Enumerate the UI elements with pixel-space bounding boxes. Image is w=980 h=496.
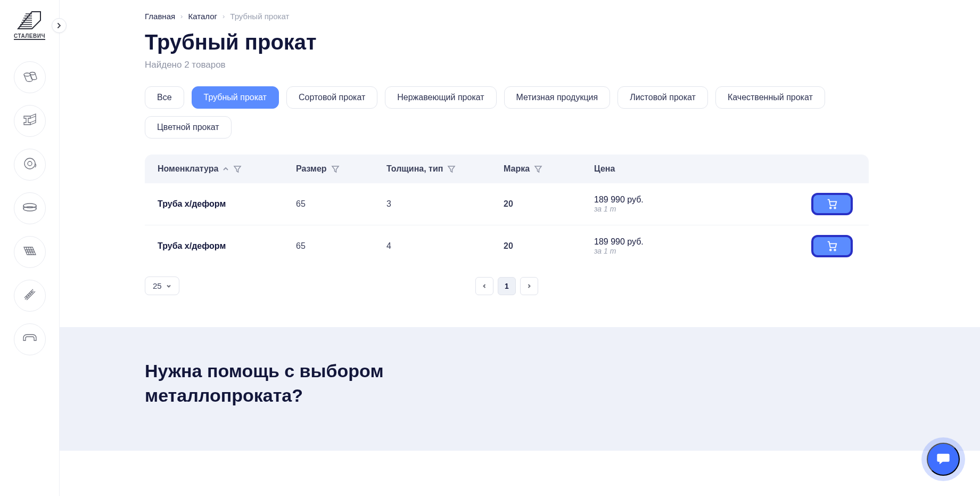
pager-page-1[interactable]: 1 [498,277,516,295]
chevron-right-icon: › [180,12,183,20]
coil-icon [21,155,39,175]
svg-point-5 [23,207,36,211]
cell-name[interactable]: Труба х/деформ [158,241,296,251]
fitting-icon [21,329,39,349]
svg-point-3 [28,161,32,166]
sidebar-item-coils[interactable] [14,149,46,181]
sidebar-item-mesh[interactable] [14,236,46,268]
sidebar: СТАЛЕВИЧ [0,0,60,496]
cell-size: 65 [296,241,386,251]
sidebar-item-fittings[interactable] [14,323,46,355]
cell-size: 65 [296,199,386,209]
page-title: Трубный прокат [145,30,879,54]
svg-point-7 [834,207,836,208]
caret-down-icon [166,281,171,290]
sidebar-item-rebar[interactable] [14,280,46,312]
filter-pill-pipe[interactable]: Трубный прокат [192,86,279,109]
table-row: Труба х/деформ 65 4 20 189 990 руб. за 1… [145,225,869,267]
filter-pill-sort[interactable]: Сортовой прокат [286,86,377,109]
filter-pill-quality[interactable]: Качественный прокат [715,86,825,109]
table-row: Труба х/деформ 65 3 20 189 990 руб. за 1… [145,183,869,225]
breadcrumb: Главная › Каталог › Трубный прокат [145,12,879,21]
cell-price: 189 990 руб. за 1 т [594,235,856,257]
price-value: 189 990 руб. [594,195,644,205]
pager-next[interactable] [520,277,538,295]
page-size-select[interactable]: 25 [145,277,179,295]
filter-icon[interactable] [447,165,456,173]
sidebar-nav [14,61,46,355]
chevron-right-icon [526,282,532,290]
filter-pill-all[interactable]: Все [145,86,184,109]
filter-icon[interactable] [233,165,242,173]
pager: 1 [475,277,538,295]
pagination-row: 25 1 [145,277,869,316]
svg-point-10 [941,457,942,458]
svg-point-12 [945,457,947,458]
cell-name[interactable]: Труба х/деформ [158,199,296,209]
filter-pill-hardware[interactable]: Метизная продукция [504,86,611,109]
logo-text: СТАЛЕВИЧ [14,33,45,40]
sidebar-item-beams[interactable] [14,105,46,137]
chevron-right-icon [56,22,62,30]
th-thickness[interactable]: Толщина, тип [386,164,504,174]
filter-icon[interactable] [331,165,340,173]
th-price: Цена [594,164,856,174]
filter-pill-nonferrous[interactable]: Цветной прокат [145,116,232,139]
svg-point-9 [834,249,836,250]
cell-price: 189 990 руб. за 1 т [594,193,856,215]
cell-thickness: 4 [386,241,504,251]
th-size[interactable]: Размер [296,164,386,174]
pager-prev[interactable] [475,277,493,295]
svg-point-1 [30,72,35,75]
table-header: Номенклатура Размер Толщина, тип Марка [145,155,869,183]
price-value: 189 990 руб. [594,237,644,247]
found-count: Найдено 2 товаров [145,60,879,70]
cell-mark: 20 [504,199,594,209]
svg-point-2 [24,158,35,169]
logo[interactable]: СТАЛЕВИЧ [14,10,45,40]
help-section: Нужна помощь с выбором металлопроката? [60,327,980,451]
sidebar-item-rings[interactable] [14,192,46,224]
logo-mark-icon [16,10,43,31]
ring-icon [21,198,39,218]
th-thickness-label: Толщина, тип [386,164,443,174]
price-unit: за 1 т [594,205,644,213]
add-to-cart-button[interactable] [811,193,853,215]
filter-icon[interactable] [534,165,542,173]
th-name-label: Номенклатура [158,164,218,174]
cart-icon [826,240,838,253]
price-unit: за 1 т [594,247,644,255]
mesh-icon [21,242,39,262]
th-mark-label: Марка [504,164,530,174]
breadcrumb-catalog[interactable]: Каталог [188,12,217,21]
filter-pill-sheet[interactable]: Листовой прокат [617,86,708,109]
breadcrumb-home[interactable]: Главная [145,12,175,21]
chat-fab[interactable] [927,443,960,476]
breadcrumb-current: Трубный прокат [230,12,289,21]
sidebar-expand-button[interactable] [52,18,67,33]
category-filters: Все Трубный прокат Сортовой прокат Нержа… [145,86,879,139]
rebar-icon [21,286,39,306]
beam-icon [21,111,39,131]
th-name[interactable]: Номенклатура [158,164,296,174]
pipes-icon [21,67,39,87]
products-table: Номенклатура Размер Толщина, тип Марка [145,155,869,267]
th-size-label: Размер [296,164,327,174]
svg-point-11 [943,457,945,458]
add-to-cart-button[interactable] [811,235,853,257]
chevron-left-icon [482,282,487,290]
help-title: Нужна помощь с выбором металлопроката? [145,359,475,408]
svg-point-6 [830,207,831,208]
cell-mark: 20 [504,241,594,251]
cell-thickness: 3 [386,199,504,209]
svg-point-0 [24,73,30,76]
main: Главная › Каталог › Трубный прокат Трубн… [60,0,980,496]
sidebar-item-pipes[interactable] [14,61,46,93]
th-price-label: Цена [594,164,615,174]
chevron-right-icon: › [223,12,225,20]
th-mark[interactable]: Марка [504,164,594,174]
filter-pill-stainless[interactable]: Нержавеющий прокат [385,86,496,109]
page-size-value: 25 [153,281,162,290]
cart-icon [826,198,838,211]
sort-asc-icon[interactable] [223,166,229,172]
